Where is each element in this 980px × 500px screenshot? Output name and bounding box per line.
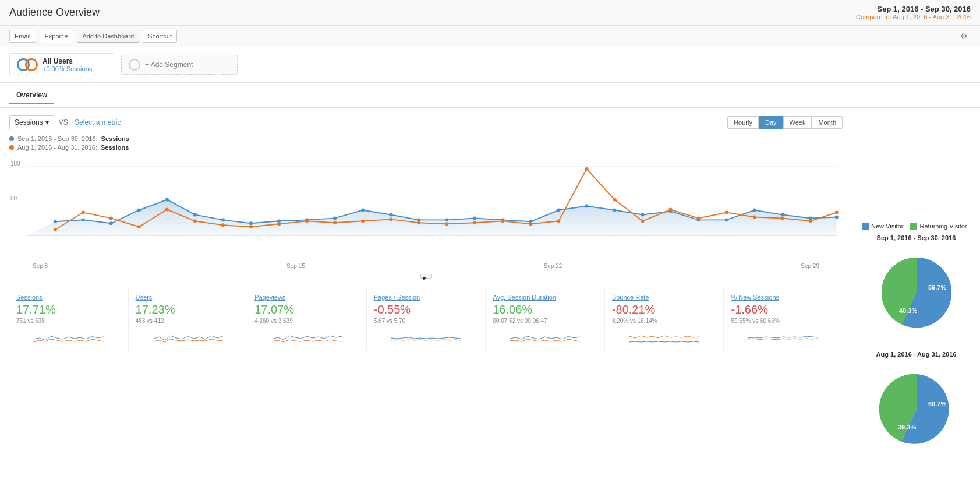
svg-point-58 [753,215,756,219]
overview-tab-bar: Overview [0,83,980,108]
metric-mini-chart-pageviews [254,328,359,345]
pie-legend: New Visitor Returning Visitor [862,223,971,230]
svg-point-5 [82,218,85,221]
metric-avg-session: Avg. Session Duration 16.06% 00:07:52 vs… [486,288,605,351]
x-label-sep8: Sep 8 [33,263,48,269]
svg-text:59.7%: 59.7% [928,284,946,291]
svg-point-28 [725,218,728,221]
svg-point-54 [641,219,644,223]
pie-title-primary: Sep 1, 2016 - Sep 30, 2016 [862,234,971,241]
top-bar: Audience Overview Sep 1, 2016 - Sep 30, … [0,0,980,26]
svg-point-45 [389,217,392,221]
week-button[interactable]: Week [783,116,812,129]
settings-icon[interactable]: ⚙ [957,29,971,43]
svg-point-52 [585,167,588,171]
legend-secondary-date: Aug 1, 2016 - Aug 31, 2016: [17,144,97,151]
svg-point-34 [82,210,85,214]
metric-name-users[interactable]: Users [136,294,240,301]
metric-name-new-sessions[interactable]: % New Sessions [731,294,836,301]
main-left: Sessions ▾ VS. Select a metric Hourly Da… [0,108,852,477]
day-button[interactable]: Day [759,116,783,129]
svg-point-41 [277,222,281,226]
svg-point-30 [781,213,784,216]
time-buttons: Hourly Day Week Month [727,116,843,129]
metric-name-sessions[interactable]: Sessions [16,294,121,301]
svg-point-46 [417,221,420,224]
hourly-button[interactable]: Hourly [727,116,759,129]
metric-name-pageviews[interactable]: Pageviews [254,294,359,301]
svg-point-29 [753,208,756,212]
scroll-handle-inner: ▼ [420,274,432,279]
svg-point-57 [725,210,728,214]
month-button[interactable]: Month [812,116,843,129]
pie-section-primary: Sep 1, 2016 - Sep 30, 2016 59.7% 40.3% [862,234,971,339]
svg-point-40 [249,225,253,228]
svg-point-50 [529,222,532,226]
date-range: Sep 1, 2016 - Sep 30, 2016 Compare to: A… [856,5,971,20]
sessions-dropdown[interactable]: Sessions ▾ [9,115,54,129]
metric-name-bounce-rate[interactable]: Bounce Rate [612,294,717,301]
svg-text:60.7%: 60.7% [928,400,946,407]
metric-value-users: 17.23% [136,303,240,316]
legend-returning-visitor: Returning Visitor [910,223,967,230]
vs-label: VS. [59,118,70,126]
metric-compare-sessions: 751 vs 638 [16,318,121,324]
all-users-segment[interactable]: All Users +0.00% Sessions [9,53,114,76]
svg-text:40.3%: 40.3% [899,307,917,314]
export-button[interactable]: Export ▾ [40,30,74,43]
chart-legend: Sep 1, 2016 - Sep 30, 2016: Sessions Aug… [9,135,843,151]
legend-primary-type: Sessions [101,135,129,142]
svg-marker-3 [27,200,837,236]
pie-chart-primary: 59.7% 40.3% [870,246,963,339]
add-to-dashboard-button[interactable]: Add to Dashboard [77,30,139,43]
overview-tab[interactable]: Overview [9,87,54,104]
metrics-row: Sessions 17.71% 751 vs 638 Users 17.23% … [9,288,843,351]
metric-name-pages-session[interactable]: Pages / Session [374,294,479,301]
pie-chart-secondary: 60.7% 39.3% [870,362,963,456]
legend-dot-orange [9,145,14,150]
pie-title-secondary: Aug 1, 2016 - Aug 31, 2016 [862,351,971,358]
svg-point-44 [361,219,365,223]
x-label-sep22: Sep 22 [544,263,562,269]
metric-name-avg-session[interactable]: Avg. Session Duration [493,294,597,301]
legend-secondary: Aug 1, 2016 - Aug 31, 2016: Sessions [9,144,843,151]
legend-new-visitor: New Visitor [862,223,903,230]
metric-mini-chart-pages-session [374,328,479,345]
legend-primary: Sep 1, 2016 - Sep 30, 2016: Sessions [9,135,843,142]
add-segment-circle [129,59,140,71]
chart-area: 100 50 [9,154,843,259]
metric-compare-avg-session: 00:07:52 vs 00:06:47 [493,318,597,324]
svg-point-60 [809,219,812,223]
x-label-sep29: Sep 29 [801,263,819,269]
metric-selector: Sessions ▾ VS. Select a metric [9,115,121,129]
scroll-handle[interactable]: ▼ [9,274,843,279]
metric-value-pageviews: 17.07% [254,303,359,316]
metric-new-sessions: % New Sessions -1.66% 59.65% vs 60.66% [724,288,843,351]
chart-controls: Sessions ▾ VS. Select a metric Hourly Da… [9,115,843,129]
shortcut-button[interactable]: Shortcut [143,30,177,43]
legend-dot-returning [910,223,917,230]
toolbar: Email Export ▾ Add to Dashboard Shortcut… [0,26,980,47]
svg-point-14 [333,216,337,220]
segment-name: All Users [43,57,92,65]
metric-mini-chart-new-sessions [731,328,836,345]
svg-point-49 [501,219,504,223]
main-content: Sessions ▾ VS. Select a metric Hourly Da… [0,108,852,358]
add-segment-button[interactable]: + Add Segment [121,55,238,75]
legend-dot-new [862,223,869,230]
svg-point-25 [641,213,644,216]
svg-point-6 [109,221,113,225]
svg-point-23 [585,205,588,208]
metric-bounce-rate: Bounce Rate -80.21% 3.20% vs 16.14% [605,288,724,351]
compare-text: Compare to: Aug 1, 2016 - Aug 31, 2016 [856,13,971,20]
metric-mini-chart-bounce-rate [612,328,717,345]
email-button[interactable]: Email [9,30,36,43]
pie-section-secondary: Aug 1, 2016 - Aug 31, 2016 60.7% 39.3% [862,351,971,456]
svg-point-53 [613,198,616,202]
metric-compare-new-sessions: 59.65% vs 60.66% [731,318,836,324]
metric-compare-bounce-rate: 3.20% vs 16.14% [612,318,717,324]
svg-point-55 [669,207,673,211]
svg-point-15 [361,208,365,212]
select-metric-link[interactable]: Select a metric [75,118,121,126]
svg-point-22 [557,208,560,212]
